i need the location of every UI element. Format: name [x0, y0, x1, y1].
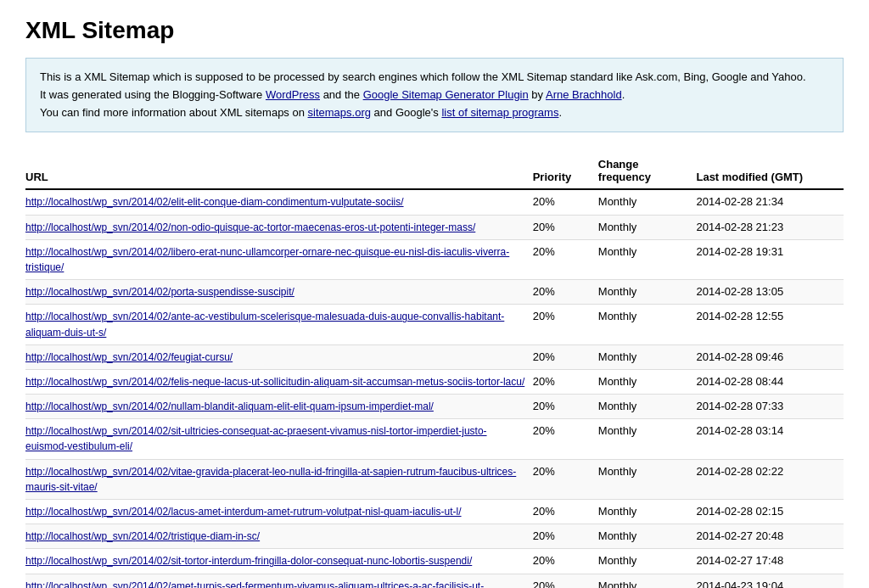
url-link[interactable]: http://localhost/wp_svn/2014/02/sit-tort… — [25, 555, 472, 567]
sitemap-table: URL Priority Change frequency Last modif… — [25, 153, 844, 588]
table-body: http://localhost/wp_svn/2014/02/elit-eli… — [25, 189, 844, 588]
table-row: http://localhost/wp_svn/2014/02/ante-ac-… — [25, 305, 844, 344]
url-link[interactable]: http://localhost/wp_svn/2014/02/felis-ne… — [25, 376, 524, 388]
modified-cell: 2014-02-28 08:44 — [696, 369, 844, 394]
table-row: http://localhost/wp_svn/2014/02/porta-su… — [25, 280, 844, 305]
url-link[interactable]: http://localhost/wp_svn/2014/02/porta-su… — [25, 286, 294, 298]
url-cell: http://localhost/wp_svn/2014/02/nullam-b… — [25, 395, 533, 419]
url-cell: http://localhost/wp_svn/2014/02/non-odio… — [25, 215, 533, 239]
url-link[interactable]: http://localhost/wp_svn/2014/02/feugiat-… — [25, 351, 233, 363]
priority-cell: 20% — [533, 215, 598, 239]
frequency-cell: Monthly — [598, 280, 697, 305]
frequency-cell: Monthly — [598, 369, 697, 394]
arne-link[interactable]: Arne Brachhold — [546, 88, 622, 101]
url-link[interactable]: http://localhost/wp_svn/2014/02/sit-ultr… — [25, 425, 487, 452]
table-row: http://localhost/wp_svn/2014/02/sit-tort… — [25, 549, 844, 574]
info-text-line3b: and Google's — [371, 106, 441, 119]
frequency-cell: Monthly — [598, 419, 697, 459]
url-cell: http://localhost/wp_svn/2014/02/elit-eli… — [25, 189, 533, 215]
priority-cell: 20% — [533, 239, 598, 279]
url-link[interactable]: http://localhost/wp_svn/2014/02/lacus-am… — [25, 506, 462, 518]
frequency-cell: Monthly — [598, 239, 697, 279]
info-text-line2c: by — [529, 88, 546, 101]
col-header-modified: Last modified (GMT) — [696, 153, 844, 189]
frequency-cell: Monthly — [598, 189, 697, 215]
info-text-line3a: You can find more information about XML … — [40, 106, 308, 119]
url-cell: http://localhost/wp_svn/2014/02/sit-tort… — [25, 549, 533, 574]
priority-cell: 20% — [533, 500, 598, 524]
frequency-cell: Monthly — [598, 344, 697, 369]
google-plugin-link[interactable]: Google Sitemap Generator Plugin — [363, 88, 529, 101]
table-row: http://localhost/wp_svn/2014/02/libero-e… — [25, 239, 844, 279]
priority-cell: 20% — [533, 344, 598, 369]
modified-cell: 2014-02-28 12:55 — [696, 305, 844, 344]
table-row: http://localhost/wp_svn/2014/02/tristiqu… — [25, 524, 844, 549]
url-link[interactable]: http://localhost/wp_svn/2014/02/non-odio… — [25, 221, 475, 233]
modified-cell: 2014-02-28 21:23 — [696, 215, 844, 239]
modified-cell: 2014-02-28 19:31 — [696, 239, 844, 279]
info-text-line2a: It was generated using the Blogging-Soft… — [40, 88, 266, 101]
modified-cell: 2014-02-28 09:46 — [696, 344, 844, 369]
frequency-cell: Monthly — [598, 574, 697, 588]
url-cell: http://localhost/wp_svn/2014/02/feugiat-… — [25, 344, 533, 369]
info-text-line1: This is a XML Sitemap which is supposed … — [40, 70, 806, 83]
priority-cell: 20% — [533, 524, 598, 549]
priority-cell: 20% — [533, 395, 598, 419]
frequency-cell: Monthly — [598, 395, 697, 419]
col-header-frequency: Change frequency — [598, 153, 697, 189]
url-link[interactable]: http://localhost/wp_svn/2014/02/vitae-gr… — [25, 466, 516, 493]
modified-cell: 2014-02-28 02:22 — [696, 459, 844, 499]
url-link[interactable]: http://localhost/wp_svn/2014/02/tristiqu… — [25, 530, 260, 542]
priority-cell: 20% — [533, 305, 598, 344]
url-link[interactable]: http://localhost/wp_svn/2014/02/amet-tur… — [25, 580, 484, 588]
wordpress-link[interactable]: WordPress — [266, 88, 320, 101]
priority-cell: 20% — [533, 574, 598, 588]
url-cell: http://localhost/wp_svn/2014/02/tristiqu… — [25, 524, 533, 549]
url-cell: http://localhost/wp_svn/2014/02/vitae-gr… — [25, 459, 533, 499]
col-header-url: URL — [25, 153, 533, 189]
url-link[interactable]: http://localhost/wp_svn/2014/02/libero-e… — [25, 246, 509, 273]
url-cell: http://localhost/wp_svn/2014/02/porta-su… — [25, 280, 533, 305]
frequency-cell: Monthly — [598, 524, 697, 549]
list-link[interactable]: list of sitemap programs — [441, 106, 558, 119]
table-row: http://localhost/wp_svn/2014/02/nullam-b… — [25, 395, 844, 419]
modified-cell: 2014-02-28 21:34 — [696, 189, 844, 215]
priority-cell: 20% — [533, 369, 598, 394]
frequency-cell: Monthly — [598, 459, 697, 499]
url-cell: http://localhost/wp_svn/2014/02/sit-ultr… — [25, 419, 533, 459]
info-box: This is a XML Sitemap which is supposed … — [25, 58, 844, 132]
url-cell: http://localhost/wp_svn/2014/02/ante-ac-… — [25, 305, 533, 344]
table-row: http://localhost/wp_svn/2014/02/lacus-am… — [25, 500, 844, 524]
priority-cell: 20% — [533, 280, 598, 305]
modified-cell: 2014-02-28 03:14 — [696, 419, 844, 459]
modified-cell: 2014-02-28 13:05 — [696, 280, 844, 305]
info-text-line2d: . — [622, 88, 625, 101]
modified-cell: 2014-02-27 17:48 — [696, 549, 844, 574]
frequency-cell: Monthly — [598, 500, 697, 524]
frequency-cell: Monthly — [598, 215, 697, 239]
sitemaps-link[interactable]: sitemaps.org — [308, 106, 371, 119]
priority-cell: 20% — [533, 419, 598, 459]
info-text-line3c: . — [558, 106, 562, 119]
modified-cell: 2014-04-23 19:04 — [696, 574, 844, 588]
table-row: http://localhost/wp_svn/2014/02/felis-ne… — [25, 369, 844, 394]
info-text-line2b: and the — [320, 88, 363, 101]
priority-cell: 20% — [533, 549, 598, 574]
frequency-cell: Monthly — [598, 549, 697, 574]
url-cell: http://localhost/wp_svn/2014/02/amet-tur… — [25, 574, 533, 588]
modified-cell: 2014-02-28 02:15 — [696, 500, 844, 524]
url-link[interactable]: http://localhost/wp_svn/2014/02/ante-ac-… — [25, 311, 504, 338]
modified-cell: 2014-02-28 07:33 — [696, 395, 844, 419]
priority-cell: 20% — [533, 459, 598, 499]
table-row: http://localhost/wp_svn/2014/02/non-odio… — [25, 215, 844, 239]
url-cell: http://localhost/wp_svn/2014/02/felis-ne… — [25, 369, 533, 394]
table-row: http://localhost/wp_svn/2014/02/amet-tur… — [25, 574, 844, 588]
url-cell: http://localhost/wp_svn/2014/02/lacus-am… — [25, 500, 533, 524]
modified-cell: 2014-02-27 20:48 — [696, 524, 844, 549]
url-cell: http://localhost/wp_svn/2014/02/libero-e… — [25, 239, 533, 279]
table-row: http://localhost/wp_svn/2014/02/feugiat-… — [25, 344, 844, 369]
url-link[interactable]: http://localhost/wp_svn/2014/02/elit-eli… — [25, 196, 404, 208]
url-link[interactable]: http://localhost/wp_svn/2014/02/nullam-b… — [25, 400, 434, 412]
table-header-row: URL Priority Change frequency Last modif… — [25, 153, 844, 189]
col-header-priority: Priority — [533, 153, 598, 189]
